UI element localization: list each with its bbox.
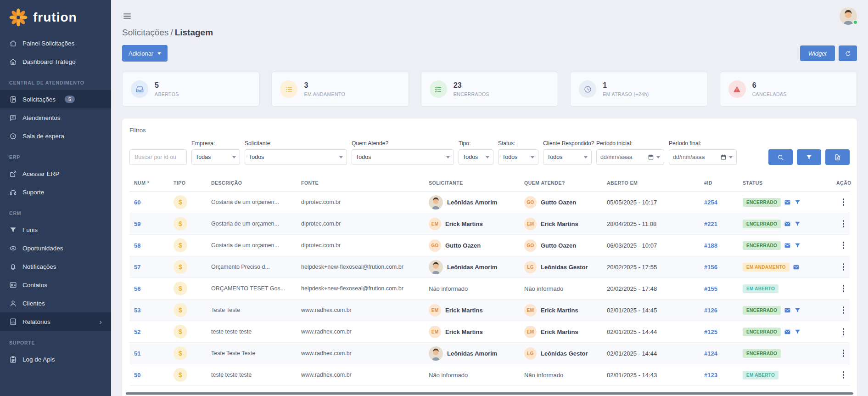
ticket-id-link[interactable]: #188 (704, 242, 717, 249)
date-input-periodo-final[interactable]: dd/mm/aaaa (669, 149, 737, 165)
ticket-id-link[interactable]: #124 (704, 350, 717, 357)
export-button[interactable] (825, 149, 850, 165)
ticket-number-link[interactable]: 59 (134, 221, 140, 227)
sidebar-count-badge: 5 (65, 96, 75, 103)
funnel-small-icon[interactable] (794, 242, 801, 249)
ticket-id-link[interactable]: #125 (704, 328, 717, 335)
row-menu-button[interactable] (842, 327, 846, 336)
requester-cell: Leônidas Amorim (429, 346, 524, 361)
initials-avatar: EM (429, 326, 441, 338)
sidebar-item-dashboard-trafego[interactable]: Dashboard Tráfego (0, 52, 111, 71)
hamburger-menu-icon[interactable] (122, 11, 132, 21)
sidebar-item-atendimentos[interactable]: Atendimentos (0, 108, 111, 127)
stat-card-abertos[interactable]: 5ABERTOS (122, 72, 259, 107)
row-menu-button[interactable] (842, 241, 846, 250)
status-cell: ENCERRADO (743, 306, 836, 315)
select-solicitante[interactable]: Todos (245, 149, 347, 165)
funnel-small-icon[interactable] (794, 199, 801, 206)
search-input[interactable] (129, 149, 187, 165)
sidebar-item-label: Log de Apis (22, 356, 55, 363)
sidebar-item-oportunidades[interactable]: Oportunidades (0, 239, 111, 257)
stat-card-em-andamento[interactable]: 3EM ANDAMENTO (271, 72, 409, 107)
date-input-periodo-inicial[interactable]: dd/mm/aaaa (596, 149, 664, 165)
row-menu-button[interactable] (842, 219, 846, 228)
funnel-icon (9, 226, 17, 234)
sidebar-item-log-de-apis[interactable]: Log de Apis (0, 350, 111, 368)
type-dollar-icon: $ (174, 260, 187, 274)
actions-cell (836, 327, 845, 336)
row-menu-button[interactable] (842, 198, 846, 207)
description-cell: teste teste teste (211, 372, 301, 378)
mail-icon[interactable] (784, 328, 791, 335)
widget-button[interactable]: Widget (800, 45, 835, 61)
mail-icon[interactable] (784, 199, 791, 206)
ticket-number-link[interactable]: 50 (134, 372, 140, 379)
funnel-small-icon[interactable] (794, 328, 801, 335)
funnel-small-icon[interactable] (794, 307, 801, 314)
ticket-number-link[interactable]: 51 (134, 350, 140, 357)
funnel-small-icon[interactable] (794, 221, 801, 227)
row-menu-button[interactable] (842, 284, 846, 293)
stat-card-em-atraso-24h[interactable]: 1EM ATRASO (+24h) (570, 72, 707, 107)
ticket-id-link[interactable]: #221 (704, 221, 717, 227)
mail-icon[interactable] (784, 221, 791, 227)
row-menu-button[interactable] (842, 370, 846, 379)
sidebar-item-painel-solicitacoes[interactable]: Painel Solicitações (0, 34, 111, 52)
ticket-id-link[interactable]: #156 (704, 264, 717, 271)
sidebar-item-suporte[interactable]: Suporte (0, 183, 111, 201)
row-menu-button[interactable] (842, 262, 846, 272)
select-empresa[interactable]: Todas (191, 149, 240, 165)
sidebar-menu: Painel SolicitaçõesDashboard TráfegoCENT… (0, 34, 111, 396)
assignee-name: Gutto Oazen (541, 242, 576, 249)
stat-card-canceladas[interactable]: 6CANCELADAS (720, 72, 857, 107)
sidebar-item-notificacoes[interactable]: Notificações (0, 257, 111, 276)
ticket-number-link[interactable]: 57 (134, 264, 140, 271)
sidebar-item-relatorios[interactable]: Relatórios› (0, 312, 111, 331)
sidebar-item-acessar-erp[interactable]: Acessar ERP (0, 164, 111, 183)
ticket-number-link[interactable]: 52 (134, 328, 140, 335)
horizontal-scrollbar[interactable] (126, 392, 853, 395)
stat-card-encerrados[interactable]: 23ENCERRADOS (421, 72, 558, 107)
refresh-button[interactable] (839, 45, 857, 61)
row-menu-button[interactable] (842, 305, 846, 315)
row-menu-button[interactable] (842, 349, 846, 358)
sidebar-item-solicitacoes[interactable]: Solicitações5 (0, 90, 111, 108)
actions-cell (836, 262, 845, 272)
chevron-down-icon (232, 156, 236, 158)
description-cell: Teste Teste Teste (211, 350, 301, 356)
mail-icon[interactable] (784, 242, 791, 249)
column-header-quem-atende: QUEM ATENDE? (524, 180, 607, 186)
breadcrumb: Solicitações/Listagem (122, 28, 857, 38)
sidebar-item-contatos[interactable]: Contatos (0, 276, 111, 294)
type-dollar-icon: $ (174, 325, 187, 339)
add-button[interactable]: Adicionar (122, 45, 168, 62)
ticket-number-link[interactable]: 60 (134, 199, 140, 206)
ticket-id-link[interactable]: #254 (704, 199, 717, 206)
select-cliente-respondido[interactable]: Todos (543, 149, 592, 165)
select-quem-atende[interactable]: Todos (352, 149, 454, 165)
save-filter-button[interactable] (797, 149, 821, 165)
user-avatar[interactable] (840, 7, 857, 25)
selected-value: Todos (249, 154, 339, 160)
select-tipo[interactable]: Todos (459, 149, 493, 165)
ticket-number-link[interactable]: 53 (134, 307, 140, 314)
requester-cell: Leônidas Amorim (429, 195, 524, 209)
sidebar-item-sala-de-espera[interactable]: Sala de espera (0, 127, 111, 145)
search-button[interactable] (768, 149, 793, 165)
ticket-number-link[interactable]: 58 (134, 242, 140, 249)
checklist-icon (430, 80, 447, 98)
brand-logo[interactable]: frution (0, 0, 111, 34)
mail-icon[interactable] (793, 264, 800, 271)
sidebar-item-funis[interactable]: Funis (0, 221, 111, 239)
ticket-id-link[interactable]: #123 (704, 372, 717, 379)
mail-icon[interactable] (784, 307, 791, 314)
sidebar-item-clientes[interactable]: Clientes (0, 294, 111, 312)
ticket-id-link[interactable]: #126 (704, 307, 717, 314)
select-status[interactable]: Todos (498, 149, 538, 165)
ticket-id-link[interactable]: #155 (704, 285, 717, 292)
ticket-number-link[interactable]: 56 (134, 285, 140, 292)
breadcrumb-root[interactable]: Solicitações (122, 28, 168, 37)
assignee-name: Leônidas Gestor (541, 350, 588, 357)
initials-avatar: GO (524, 239, 537, 252)
source-cell: www.radhex.com.br (301, 350, 429, 356)
